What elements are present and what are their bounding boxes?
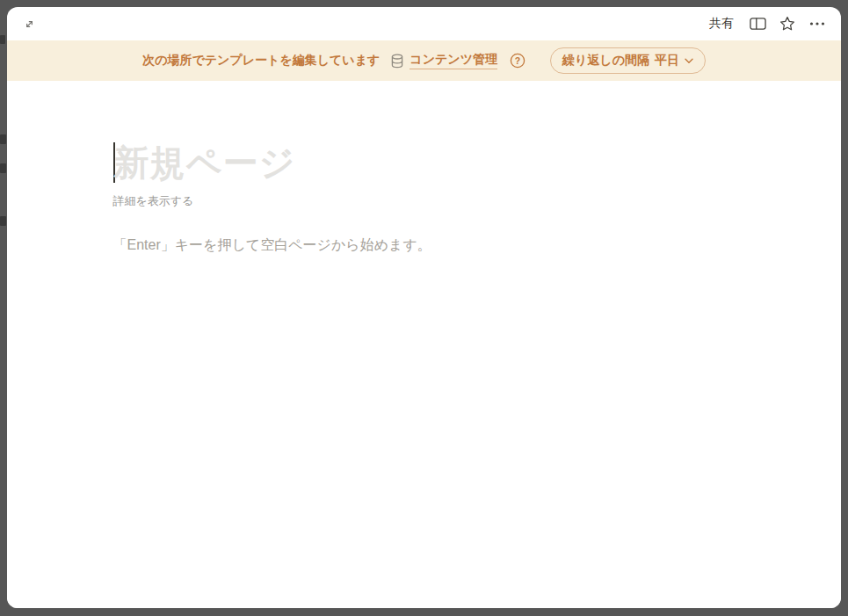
repeat-interval-value: 平日 [655,53,679,69]
help-icon: ? [510,53,525,69]
chevron-down-icon [685,58,693,64]
share-button[interactable]: 共有 [704,12,739,35]
page-title-input[interactable]: 新規ページ [114,141,296,184]
banner-message: 次の場所でテンプレートを編集しています [142,53,380,69]
svg-text:?: ? [515,55,520,66]
content-management-link[interactable]: コンテンツ管理 [410,52,497,69]
background-content-fragment [0,35,5,44]
expand-diagonal-icon [23,18,36,31]
page-content: 新規ページ 詳細を表示する 「Enter」キーを押して空白ページから始めます。 [7,81,841,608]
top-toolbar: 共有 [7,7,841,40]
toolbar-actions: 共有 [704,12,829,35]
page-column: 新規ページ 詳細を表示する 「Enter」キーを押して空白ページから始めます。 [113,81,736,255]
repeat-interval-label: 繰り返しの間隔 [562,53,649,69]
dimmed-backdrop: 共有 [0,0,848,616]
help-button[interactable]: ? [510,53,525,69]
show-details-button[interactable]: 詳細を表示する [113,193,194,209]
more-ellipsis-icon [809,21,825,26]
favorite-button[interactable] [776,12,799,35]
star-icon [779,16,795,32]
more-options-button[interactable] [806,12,829,35]
template-editor-modal: 共有 [7,7,841,608]
database-icon [390,54,404,69]
background-content-fragment [0,163,6,173]
background-content-fragment [0,216,6,226]
expand-page-button[interactable] [18,12,40,35]
repeat-interval-button[interactable]: 繰り返しの間隔 平日 [550,47,706,74]
template-editing-banner: 次の場所でテンプレートを編集しています コンテンツ管理 ? [7,40,841,81]
side-peek-icon [750,17,766,31]
page-title-row: 新規ページ [113,141,736,184]
side-peek-button[interactable] [746,12,769,35]
empty-page-hint: 「Enter」キーを押して空白ページから始めます。 [113,236,736,255]
background-content-fragment [0,134,6,144]
database-link-group[interactable]: コンテンツ管理 [390,52,497,69]
